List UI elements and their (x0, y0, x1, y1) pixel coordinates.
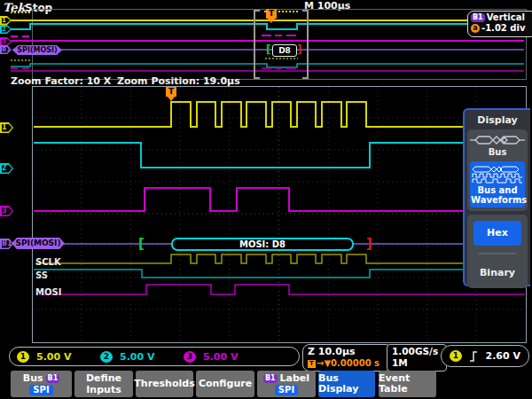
overview-decode-end-bracket: ] (297, 43, 301, 56)
menu-event-table-button[interactable]: Event Table (379, 371, 436, 397)
acquisition-readout: 1.00GS/s 1M points (387, 344, 447, 372)
trigger-position-value: →▼0.00000 s (317, 358, 379, 369)
option-binary[interactable]: Binary (469, 262, 526, 287)
menu-label-b1-badge: B1 (263, 374, 278, 383)
bus-icon (470, 134, 525, 146)
main-marker-ch1: 1 (0, 122, 13, 133)
menu-label-button[interactable]: B1 Label SPI (257, 371, 316, 397)
sample-rate: 1.00GS/s (392, 346, 442, 357)
digital-label-sclk: SCLK (35, 257, 61, 267)
zoom-factor-label: Zoom Factor: 10 X (11, 75, 111, 87)
trigger-t-icon: T (308, 360, 316, 368)
channel2-badge: 2 (100, 351, 113, 363)
menu-label-label: Label (280, 373, 310, 384)
b1-badge: B1 (471, 13, 485, 22)
zoom-region-bracket-left (254, 10, 260, 79)
oscilloscope-screen: Tek Stop M 100µs T SPI(MOSI) [ D8 ] B1 V… (0, 0, 532, 399)
menu-bus-spi-badge: SPI (29, 385, 52, 395)
tek-logo: Tek (3, 1, 25, 14)
overview-marker-b1: B1 (0, 45, 12, 54)
overview-decode-start-bracket: [ (266, 43, 270, 56)
option-bus-and-waveforms-label-line2: Waveforms (471, 195, 524, 205)
zoom-scale-value: Z 10.0µs (308, 346, 387, 358)
trigger-source-badge: 1 (450, 350, 462, 362)
option-bus[interactable]: Bus (469, 147, 526, 160)
menu-bus-button[interactable]: Bus B1 SPI (11, 371, 72, 397)
display-side-menu: Display Bus (463, 108, 530, 286)
menu-bus-label: Bus (23, 373, 43, 384)
zoom-position-label: Zoom Position: 19.0µs (117, 75, 240, 87)
trigger-position-marker-main: T (166, 87, 176, 97)
menu-bus-display-label: Bus Display (318, 373, 375, 395)
main-decode-start-bracket: [ (138, 236, 145, 252)
menu-define-label: Define (86, 373, 121, 384)
side-menu-title: Display (465, 110, 530, 129)
vertical-readout-label: Vertical (487, 12, 525, 23)
menu-configure-label: Configure (199, 379, 252, 389)
bus-and-waveforms-icon (471, 165, 524, 184)
bus-vertical-readout: B1 Vertical a -1.02 div (467, 11, 532, 37)
overview-bus-label: SPI(MOSI) (12, 45, 62, 55)
digital-label-mosi: MOSI (35, 287, 61, 297)
zoom-scale-readout: Z 10.0µs T →▼0.00000 s (302, 344, 393, 372)
trigger-readout: 1 2.60 V (441, 345, 529, 367)
channel3-badge: 3 (184, 351, 196, 363)
menu-bus-display-button[interactable]: Bus Display (318, 371, 375, 397)
main-decode-box: MOSI: D8 (171, 238, 354, 251)
multipurpose-knob-a-icon: a (471, 24, 480, 33)
option-bus-and-waveforms-label-line1: Bus and (471, 185, 524, 195)
channel2-scale: 5.00 V (120, 351, 184, 363)
channel1-badge: 1 (17, 351, 29, 363)
overview-decode-box: D8 (272, 44, 297, 57)
channel-scale-readout: 1 5.00 V 2 5.00 V 3 5.00 V (9, 347, 300, 366)
panel-divider (478, 253, 517, 254)
option-hex[interactable]: Hex (473, 221, 521, 246)
vertical-readout-value: -1.02 div (481, 23, 525, 34)
menu-event-table-label: Event Table (379, 373, 436, 395)
main-decode-end-bracket: ] (366, 236, 372, 252)
trigger-level-value: 2.60 V (486, 350, 520, 362)
bus-display-options-section: Bus Bus and Waveforms (467, 129, 528, 211)
overview-marker-ch1: 1 (0, 16, 12, 25)
channel1-scale: 5.00 V (36, 351, 100, 363)
main-marker-ch2: 2 (0, 163, 13, 174)
option-bus-and-waveforms[interactable]: Bus and Waveforms (470, 161, 525, 207)
rising-edge-slope-icon (469, 350, 478, 362)
main-bus-label: SPI(MOSI) (12, 238, 65, 249)
trigger-position-marker-overview: T (266, 9, 277, 19)
digital-label-ss: SS (35, 270, 48, 280)
zoom-window (32, 86, 527, 343)
menu-bus-b1-badge: B1 (46, 374, 60, 383)
overview-marker-ch2: 2 (0, 25, 12, 34)
format-options-section: Hex Binary (467, 215, 528, 288)
menu-label-spi-badge: SPI (275, 385, 298, 395)
channel3-scale: 5.00 V (203, 351, 267, 363)
main-marker-ch3: 3 (0, 206, 13, 216)
zoom-region-bracket-right (302, 10, 309, 79)
menu-thresholds-label: Thresholds (134, 379, 194, 389)
menu-thresholds-button[interactable]: Thresholds (136, 371, 193, 397)
menu-configure-button[interactable]: Configure (196, 371, 254, 397)
menu-define-inputs-button[interactable]: Define Inputs (74, 371, 133, 397)
menu-inputs-label: Inputs (86, 385, 121, 395)
main-marker-b1: B1 (0, 239, 13, 249)
